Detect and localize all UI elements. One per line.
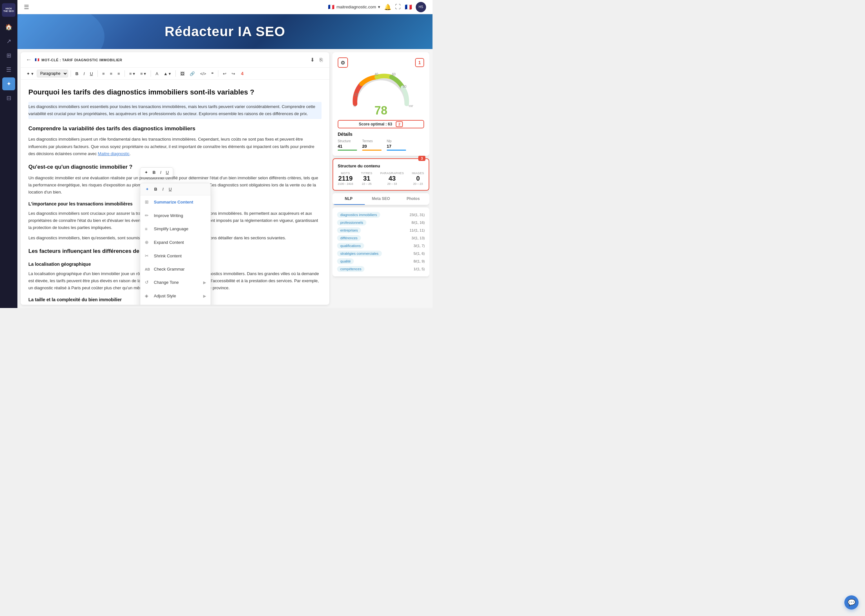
sidebar-item-puzzle[interactable]: ⊞ (2, 49, 15, 62)
sidebar-item-home[interactable]: 🏠 (2, 20, 15, 33)
align-center-button[interactable]: ≡ (108, 70, 115, 77)
paragraphes-label: PARAGRAPHES (380, 171, 404, 175)
underline-button[interactable]: U (88, 70, 95, 77)
sidebar-item-ai-editor[interactable]: ✦ (2, 77, 15, 90)
shrink-icon: ✂ (145, 252, 151, 260)
tone-arrow: ▶ (203, 279, 206, 286)
badge-number-1: 1 (415, 58, 424, 67)
score-optimal-text: Score optimal : 63 (359, 122, 392, 126)
separator-1 (71, 70, 71, 77)
stat-paragraphes: PARAGRAPHES 43 29 – 33 (380, 171, 404, 185)
paragraph-style-select[interactable]: Paragraphe (37, 70, 68, 77)
gauge-container: 0 40 60 100 20 80 78 (338, 72, 424, 117)
kw-tag-qualite[interactable]: qualité (337, 258, 354, 264)
paragraphes-range: 29 – 33 (387, 182, 397, 185)
kw-tag-qualifications[interactable]: qualifications (337, 243, 364, 249)
user-avatar[interactable]: HS (416, 2, 426, 12)
separator-5 (176, 70, 176, 77)
redo-button[interactable]: ↪ (230, 70, 237, 77)
tab-photos[interactable]: Photos (397, 193, 429, 205)
article-intro: Les diagnostics immobiliers sont essenti… (28, 102, 322, 119)
kw-diagnostics: diagnostics immobiliers 23/(1, 31) (337, 212, 425, 218)
kw-tag-strategies[interactable]: stratégies commerciales (337, 251, 382, 256)
back-button[interactable]: ← (26, 57, 31, 63)
align-left-button[interactable]: ≡ (100, 70, 107, 77)
kw-qualifications: qualifications 3/(1, 7) (337, 243, 425, 249)
score-card-header: ⚙ 1 (338, 57, 424, 68)
language-flag[interactable]: 🇫🇷 (405, 3, 412, 11)
bold-button[interactable]: B (74, 70, 80, 77)
sel-italic-btn[interactable]: I (159, 169, 163, 176)
download-button[interactable]: ⬇ (309, 55, 316, 64)
kw-tag-differences[interactable]: différences (337, 235, 361, 241)
code-button[interactable]: </> (198, 70, 208, 77)
details-title: Détails (338, 132, 424, 137)
gauge-score: 78 (374, 104, 387, 117)
right-panel: ⚙ 1 (333, 52, 429, 305)
termes-value: 20 (362, 144, 381, 149)
keyword-flag: 🇫🇷 (35, 58, 40, 62)
undo-button[interactable]: ↩ (221, 70, 228, 77)
menu-icon[interactable]: ☰ (24, 3, 29, 11)
ctx-translate[interactable]: ⇄ Translate to ▶ (140, 303, 210, 305)
sel-ai-btn[interactable]: ✦ (143, 169, 150, 176)
gauge-svg: 0 40 60 100 20 80 (349, 72, 413, 107)
notification-icon[interactable]: 🔔 (384, 3, 391, 11)
mots-value: 2119 (338, 175, 353, 182)
image-button[interactable]: 🖼 (178, 70, 187, 77)
sidebar-item-document[interactable]: ☰ (2, 63, 15, 76)
kw-count-differences: 3/(1, 13) (411, 236, 425, 240)
kw-differences: différences 3/(1, 13) (337, 235, 425, 241)
editor-header: ← 🇫🇷 MOT-CLÉ : TARIF DIAGNOSTIC IMMOBILI… (20, 52, 329, 68)
fullscreen-icon[interactable]: ⛶ (395, 3, 401, 10)
badge-number-2: 2 (396, 121, 403, 127)
settings-button[interactable]: ⚙ (338, 57, 348, 68)
editor-content[interactable]: Pourquoi les tarifs des diagnostics immo… (20, 80, 329, 305)
ctx-italic-btn[interactable]: I (160, 186, 165, 193)
keywords-card: diagnostics immobiliers 23/(1, 31) profe… (333, 207, 429, 277)
site-selector[interactable]: 🇫🇷 maitrediagnostic.com ▾ (328, 4, 380, 10)
separator-2 (97, 70, 98, 77)
simplify-icon: ≡ (145, 225, 151, 233)
ctx-summarize[interactable]: ⊞ Summarize Content (140, 195, 210, 209)
ctx-simplify[interactable]: ≡ Simplify Language (140, 223, 210, 236)
tab-meta-seo[interactable]: Meta SEO (365, 193, 397, 205)
ordered-list-button[interactable]: ≡ ▾ (138, 70, 148, 77)
text-color-button[interactable]: A (154, 70, 160, 77)
kw-tag-entreprises[interactable]: entreprises (337, 227, 361, 233)
ctx-grammar[interactable]: AB Check Grammar (140, 263, 210, 276)
sidebar-item-other[interactable]: ⊟ (2, 91, 15, 104)
kw-tag-professionnels[interactable]: professionnels (337, 220, 366, 225)
quote-button[interactable]: ❝ (209, 70, 215, 77)
separator-3 (124, 70, 125, 77)
sidebar-item-analytics[interactable]: ↗ (2, 35, 15, 48)
ctx-tone[interactable]: ↺ Change Tone ▶ (140, 276, 210, 289)
ctx-bold-btn[interactable]: B (152, 186, 159, 193)
editor-panel: ← 🇫🇷 MOT-CLÉ : TARIF DIAGNOSTIC IMMOBILI… (20, 52, 329, 305)
tab-nlp[interactable]: NLP (333, 193, 365, 205)
sel-underline-btn[interactable]: U (164, 169, 170, 176)
ctx-expand[interactable]: ⊕ Expand Content (140, 236, 210, 249)
maitre-diagnostic-link[interactable]: Maitre diagnostic (98, 151, 129, 156)
article-h2-2: Qu'est-ce qu'un diagnostic immobilier ? (28, 163, 322, 172)
ctx-style[interactable]: ◈ Adjust Style ▶ (140, 289, 210, 303)
bullet-list-button[interactable]: ≡ ▾ (127, 70, 137, 77)
mots-label: MOTS (341, 171, 350, 175)
article-p1: Les diagnostics immobiliers jouent un rô… (28, 136, 322, 157)
kw-tag-competences[interactable]: compétences (337, 266, 364, 272)
kw-strategies: stratégies commerciales 5/(1, 6) (337, 251, 425, 256)
italic-button[interactable]: I (82, 70, 87, 77)
highlight-color-button[interactable]: ▲ ▾ (162, 70, 173, 77)
ctx-underline-btn[interactable]: U (167, 186, 174, 193)
ctx-improve-writing[interactable]: ✏ Improve Writing (140, 209, 210, 223)
kw-tag-diagnostics[interactable]: diagnostics immobiliers (337, 212, 380, 218)
kw-count-qualifications: 3/(1, 7) (413, 244, 425, 248)
ai-button[interactable]: ✦ ▾ (25, 70, 36, 77)
ctx-ai-btn[interactable]: ✦ (143, 186, 151, 193)
link-button[interactable]: 🔗 (188, 70, 197, 77)
stat-mots: MOTS 2119 2100 - 2416 (338, 171, 353, 185)
ctx-shrink[interactable]: ✂ Shrink Content (140, 249, 210, 263)
export-button[interactable]: ⎘ (318, 55, 324, 64)
align-right-button[interactable]: ≡ (115, 70, 122, 77)
sel-bold-btn[interactable]: B (151, 169, 157, 176)
